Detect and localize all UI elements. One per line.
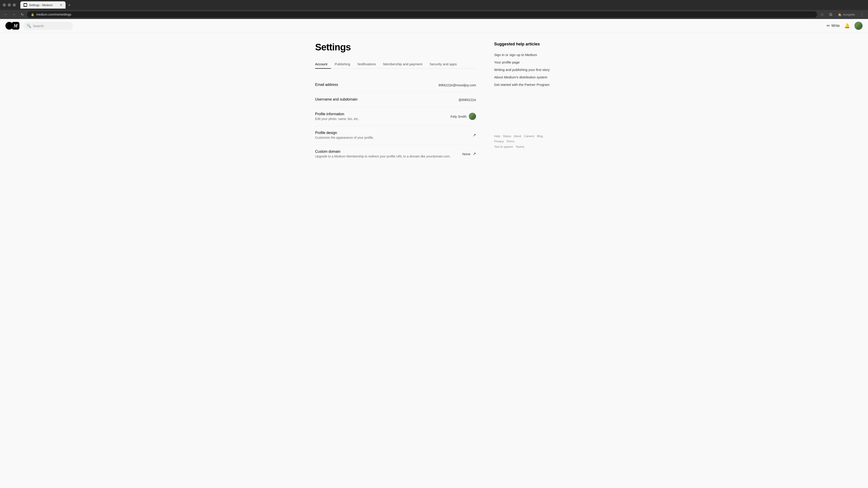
custom-domain-value[interactable]: None ↗ [462, 151, 476, 156]
table-row: Profile information Edit your photo, nam… [315, 107, 476, 126]
tab-publishing[interactable]: Publishing [331, 60, 354, 69]
sidebar-toggle-icon[interactable]: ⧉ [828, 11, 834, 18]
address-bar[interactable]: 🔒 medium.com/me/settings [27, 11, 817, 18]
browser-titlebar: Settings - Medium ✕ + [0, 0, 868, 10]
row-label-area-username: Username and subdomain [315, 97, 458, 102]
email-address-text: 89f4222e@moodjoy.com [438, 83, 476, 87]
tab-title: Settings - Medium [29, 3, 58, 7]
username-text: @89f4222e [458, 98, 476, 102]
username-label: Username and subdomain [315, 97, 458, 101]
back-button[interactable]: ← [3, 11, 9, 18]
table-row: Email address 89f4222e@moodjoy.com [315, 78, 476, 92]
custom-domain-sublabel: Upgrade to a Medium Membership to redire… [315, 155, 462, 158]
tab-bar: Settings - Medium ✕ + [18, 1, 865, 8]
bookmark-icon[interactable]: ☆ [819, 11, 825, 18]
incognito-label: Incognito [843, 13, 855, 16]
profile-design-sublabel: Customize the appearance of your profile… [315, 136, 473, 139]
profile-info-label: Profile information [315, 112, 451, 116]
header-right: ✏ Write 🔔 [827, 22, 863, 30]
browser-chrome: Settings - Medium ✕ + ← → ↻ 🔒 medium.com… [0, 0, 868, 19]
window-maximize-button[interactable] [13, 3, 16, 6]
write-button[interactable]: ✏ Write [827, 23, 840, 28]
search-bar[interactable]: 🔍 Search [23, 22, 73, 30]
custom-domain-text: None [462, 152, 470, 156]
notifications-bell-icon[interactable]: 🔔 [844, 23, 850, 29]
active-tab[interactable]: Settings - Medium ✕ [20, 1, 66, 8]
footer-link-terms[interactable]: Terms [506, 140, 514, 143]
new-tab-button[interactable]: + [66, 2, 73, 8]
window-close-button[interactable] [3, 3, 6, 6]
tab-close-button[interactable]: ✕ [60, 3, 62, 7]
main-content: Settings Account Publishing Notification… [310, 33, 558, 172]
tab-account[interactable]: Account [315, 60, 331, 69]
settings-rows: Email address 89f4222e@moodjoy.com Usern… [315, 78, 476, 163]
incognito-icon: 🕵 [838, 13, 842, 16]
search-placeholder-text: Search [33, 24, 44, 28]
table-row: Profile design Customize the appearance … [315, 126, 476, 144]
row-label-area-design: Profile design Customize the appearance … [315, 131, 473, 139]
forward-button[interactable]: → [11, 11, 17, 18]
help-link-partner[interactable]: Get started with the Partner Program [494, 81, 553, 88]
write-pencil-icon: ✏ [827, 23, 830, 28]
help-link-distribution[interactable]: About Medium's distribution system [494, 73, 553, 81]
help-link-writing[interactable]: Writing and publishing your first story [494, 66, 553, 73]
footer-link-blog[interactable]: Blog [537, 134, 543, 138]
row-label-area-profile: Profile information Edit your photo, nam… [315, 112, 451, 121]
svg-rect-1 [25, 4, 27, 6]
username-value[interactable]: @89f4222e [458, 98, 476, 102]
search-icon: 🔍 [27, 24, 31, 28]
user-avatar[interactable] [855, 22, 863, 30]
help-link-profile[interactable]: Your profile page [494, 59, 553, 66]
email-label: Email address [315, 83, 438, 87]
logo-m: M [12, 22, 20, 30]
footer-link-status[interactable]: Status [503, 134, 511, 138]
sidebar: Suggested help articles Sign in or sign … [494, 42, 553, 163]
footer-link-privacy[interactable]: Privacy [494, 140, 504, 143]
profile-info-value[interactable]: Fely Smith [451, 113, 476, 120]
footer-link-about[interactable]: About [514, 134, 521, 138]
row-label-area-email: Email address [315, 83, 438, 87]
tab-notifications[interactable]: Notifications [354, 60, 379, 69]
url-display: medium.com/me/settings [36, 13, 71, 16]
external-link-icon[interactable]: ↗ [473, 133, 476, 138]
help-link-signin[interactable]: Sign in or sign up to Medium [494, 51, 553, 59]
custom-domain-external-link-icon[interactable]: ↗ [473, 151, 476, 156]
tab-membership[interactable]: Membership and payment [379, 60, 426, 69]
address-bar-row: ← → ↻ 🔒 medium.com/me/settings ☆ ⧉ 🕵 Inc… [0, 10, 868, 19]
custom-domain-label: Custom domain [315, 150, 462, 154]
footer-link-help[interactable]: Help [494, 134, 500, 138]
more-options-icon[interactable]: ⋮ [859, 11, 865, 18]
write-label: Write [831, 24, 840, 28]
table-row: Custom domain Upgrade to a Medium Member… [315, 144, 476, 163]
window-minimize-button[interactable] [8, 3, 11, 6]
medium-logo[interactable]: M [5, 22, 20, 30]
profile-info-sublabel: Edit your photo, name, bio, etc. [315, 117, 451, 121]
email-value[interactable]: 89f4222e@moodjoy.com [438, 83, 476, 87]
row-label-area-domain: Custom domain Upgrade to a Medium Member… [315, 150, 462, 158]
window-controls [3, 3, 16, 6]
suggested-help-title: Suggested help articles [494, 42, 553, 46]
incognito-button[interactable]: 🕵 Incognito [836, 12, 857, 17]
table-row: Username and subdomain @89f4222e [315, 92, 476, 107]
footer-links: Help Status About Careers Blog Privacy T… [494, 133, 553, 149]
tab-favicon [24, 3, 27, 7]
page-title: Settings [315, 42, 476, 53]
profile-design-label: Profile design [315, 131, 473, 135]
toolbar-right: ☆ ⧉ 🕵 Incognito ⋮ [819, 11, 865, 18]
footer-link-careers[interactable]: Careers [524, 134, 534, 138]
settings-area: Settings Account Publishing Notification… [315, 42, 476, 163]
page-header: M 🔍 Search ✏ Write 🔔 [0, 19, 868, 33]
footer-link-tts[interactable]: Text to speech [494, 145, 513, 149]
tab-security[interactable]: Security and apps [426, 60, 460, 69]
reload-button[interactable]: ↻ [19, 11, 25, 18]
profile-name-text: Fely Smith [451, 115, 467, 119]
profile-design-value[interactable]: ↗ [473, 133, 476, 138]
profile-avatar [469, 113, 476, 120]
footer-link-teams[interactable]: Teams [516, 145, 524, 149]
settings-tabs-nav: Account Publishing Notifications Members… [315, 60, 476, 69]
